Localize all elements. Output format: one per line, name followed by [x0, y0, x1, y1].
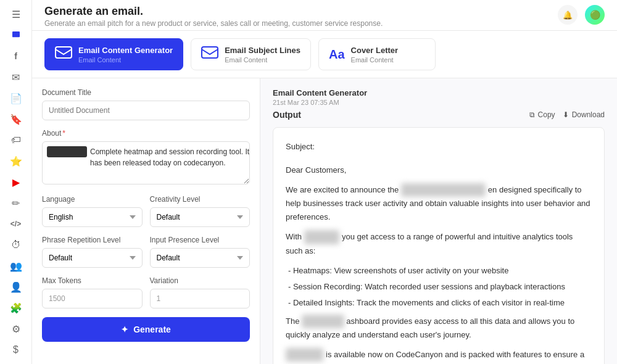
- input-presence-group: Input Presence Level Default Low High: [150, 236, 251, 268]
- bullet-1: - Heatmaps: View screenshots of user act…: [288, 264, 592, 278]
- about-blurred-overlay: [47, 146, 87, 157]
- about-text: Complete heatmap and session recording t…: [90, 146, 250, 168]
- max-tokens-label: Max Tokens: [42, 276, 143, 285]
- profile-avatar[interactable]: 🟢: [585, 5, 605, 25]
- document-title-label: Document Title: [42, 88, 250, 97]
- max-tokens-input[interactable]: [42, 289, 143, 308]
- content-area: Document Title About* Complete heatmap a…: [32, 78, 617, 364]
- copy-icon: ⧉: [529, 110, 535, 119]
- email-content-card-title: Email Content Generator: [78, 46, 173, 55]
- sidebar-code-icon[interactable]: </>: [5, 215, 27, 233]
- download-label: Download: [572, 110, 605, 119]
- output-para3: The ashboard provides easy access to all…: [286, 315, 592, 342]
- output-para1: We are excited to announce the en design…: [286, 183, 592, 224]
- output-header-row: Output ⧉ Copy ⬇ Download: [273, 110, 605, 120]
- sidebar-puzzle-icon[interactable]: 🧩: [5, 299, 27, 317]
- document-title-input[interactable]: [42, 101, 250, 120]
- sidebar-menu-icon[interactable]: ☰: [5, 5, 27, 23]
- generator-date: 21st Mar 23 07:35 AM: [273, 99, 605, 106]
- sidebar-facebook-icon[interactable]: f: [5, 47, 27, 65]
- cover-letter-icon: Aa: [329, 48, 345, 62]
- about-group: About* Complete heatmap and session reco…: [42, 129, 250, 186]
- bullet-3: - Detailed Insights: Track the movements…: [288, 296, 592, 310]
- input-presence-label: Input Presence Level: [150, 236, 251, 244]
- svg-rect-2: [202, 47, 218, 58]
- sidebar-clock-icon[interactable]: ⏱: [5, 236, 27, 254]
- template-card-cover-letter[interactable]: Aa Cover Letter Email Content: [318, 38, 436, 70]
- subject-lines-card-title: Email Subject Lines: [225, 46, 300, 55]
- about-required: *: [62, 129, 65, 138]
- max-tokens-group: Max Tokens: [42, 276, 143, 308]
- template-card-email-content[interactable]: Email Content Generator Email Content: [44, 38, 183, 70]
- output-actions: ⧉ Copy ⬇ Download: [529, 110, 605, 119]
- phrase-select[interactable]: Default Low High: [42, 248, 143, 268]
- left-panel: Document Title About* Complete heatmap a…: [32, 78, 260, 364]
- download-button[interactable]: ⬇ Download: [563, 110, 605, 119]
- template-bar: Email Content Generator Email Content Em…: [32, 31, 617, 78]
- sidebar-bookmark-icon[interactable]: 🔖: [5, 110, 27, 128]
- tokens-variation-group: Max Tokens Variation: [42, 276, 250, 308]
- language-group: Language English French Spanish: [42, 195, 143, 227]
- copy-button[interactable]: ⧉ Copy: [529, 110, 555, 119]
- language-creativity-group: Language English French Spanish Creativi…: [42, 195, 250, 227]
- email-content-card-sub: Email Content: [78, 56, 173, 64]
- para1-blurred: [401, 183, 486, 197]
- about-textarea-wrapper: Complete heatmap and session recording t…: [42, 141, 250, 186]
- language-select[interactable]: English French Spanish: [42, 207, 143, 227]
- sidebar-settings-icon[interactable]: ⚙: [5, 320, 27, 338]
- page-header: Generate an email. Generate an email pit…: [32, 0, 617, 31]
- generate-label: Generate: [133, 325, 171, 334]
- variation-input[interactable]: [150, 289, 251, 308]
- template-card-subject-lines[interactable]: Email Subject Lines Email Content: [191, 38, 311, 70]
- variation-group: Variation: [150, 276, 251, 308]
- sidebar-edit-icon[interactable]: ✏: [5, 194, 27, 212]
- sidebar-youtube-icon[interactable]: ▶: [5, 173, 27, 191]
- page-subtitle: Generate an email pitch for a new produc…: [44, 19, 383, 28]
- copy-label: Copy: [538, 110, 555, 119]
- output-para4: is available now on CodeCanyon and is pa…: [286, 348, 592, 364]
- sidebar-tag-icon[interactable]: 🏷: [5, 131, 27, 149]
- header-left: Generate an email. Generate an email pit…: [44, 5, 383, 28]
- output-box: Subject: Dear Customers, We are excited …: [273, 127, 605, 364]
- creativity-group: Creativity Level Default Low High: [150, 195, 251, 227]
- subject-lines-card-info: Email Subject Lines Email Content: [225, 46, 300, 64]
- sidebar-document-icon[interactable]: 📄: [5, 89, 27, 107]
- phrase-input-group: Phrase Repetition Level Default Low High…: [42, 236, 250, 268]
- creativity-select[interactable]: Default Low High: [150, 207, 251, 227]
- sidebar-message-icon[interactable]: ✉: [5, 68, 27, 86]
- main-content: Generate an email. Generate an email pit…: [32, 0, 617, 364]
- header-right: 🔔 🟢: [558, 5, 605, 25]
- creativity-label: Creativity Level: [150, 195, 251, 204]
- cover-letter-card-info: Cover Letter Email Content: [351, 46, 399, 64]
- email-content-card-info: Email Content Generator Email Content: [78, 46, 173, 64]
- bullet-2: - Session Recording: Watch recorded user…: [288, 280, 592, 294]
- language-label: Language: [42, 195, 143, 204]
- subject-lines-card-sub: Email Content: [225, 56, 300, 64]
- sidebar-person-icon[interactable]: 👤: [5, 278, 27, 296]
- variation-label: Variation: [150, 276, 251, 285]
- output-bullets: - Heatmaps: View screenshots of user act…: [288, 264, 592, 310]
- cover-letter-card-sub: Email Content: [351, 56, 399, 64]
- input-presence-select[interactable]: Default Low High: [150, 248, 251, 268]
- document-title-group: Document Title: [42, 88, 250, 120]
- sidebar-users-icon[interactable]: 👥: [5, 257, 27, 275]
- phrase-group: Phrase Repetition Level Default Low High: [42, 236, 143, 268]
- generator-name: Email Content Generator: [273, 88, 605, 97]
- sidebar-dollar-icon[interactable]: $: [5, 341, 27, 359]
- output-title: Output: [273, 110, 301, 120]
- notification-icon[interactable]: 🔔: [558, 5, 578, 25]
- output-greeting: Dear Customers,: [286, 163, 592, 177]
- about-label: About*: [42, 129, 250, 138]
- para3-blurred: [302, 315, 344, 328]
- subject-lines-icon: [201, 45, 218, 64]
- output-para2: With you get access to a range of powerf…: [286, 230, 592, 257]
- generate-button[interactable]: ✦ Generate: [42, 317, 250, 342]
- sidebar-chat-icon[interactable]: [5, 26, 27, 44]
- page-title: Generate an email.: [44, 5, 383, 18]
- output-subject: Subject:: [286, 140, 592, 154]
- para2-blurred: [304, 230, 340, 244]
- right-panel: Email Content Generator 21st Mar 23 07:3…: [260, 78, 617, 364]
- sidebar-star-icon[interactable]: ⭐: [5, 152, 27, 170]
- generator-info: Email Content Generator 21st Mar 23 07:3…: [273, 88, 605, 106]
- sidebar: ☰ f ✉ 📄 🔖 🏷 ⭐ ▶ ✏ </> ⏱ 👥 👤 🧩 ⚙ $: [0, 0, 32, 364]
